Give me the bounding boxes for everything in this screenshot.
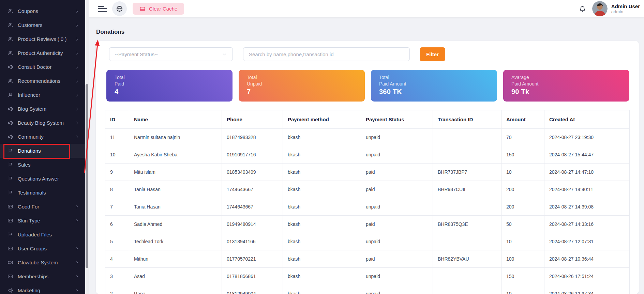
stat-label: Total <box>247 74 365 81</box>
column-header-payment-method: Payment method <box>283 110 361 129</box>
sidebar-item-sales[interactable]: Sales <box>0 158 85 172</box>
sidebar-scrollbar[interactable] <box>85 0 89 294</box>
topbar: Clear Cache Admin User admin <box>89 0 644 17</box>
donations-table: IDNamePhonePayment methodPayment StatusT… <box>105 110 630 294</box>
table-cell: bkash <box>283 198 361 216</box>
sidebar-item-label: Consult Doctor <box>18 64 51 70</box>
stat-label: Paid Amount <box>379 81 497 87</box>
table-cell: BHR737JBP7 <box>433 164 501 181</box>
sidebar-item-label: Community <box>18 134 44 140</box>
payment-status-select[interactable]: --Payment Status-- <box>109 47 233 61</box>
search-input[interactable] <box>243 47 410 61</box>
sidebar-item-community[interactable]: Community <box>0 130 85 144</box>
sidebar-item-label: Glowtube System <box>18 260 58 265</box>
sidebar-item-testimonials[interactable]: Testimonials <box>0 186 85 200</box>
card-icon <box>8 218 13 223</box>
table-cell: BHR937CUIL <box>433 181 501 198</box>
hamburger-menu-icon[interactable] <box>98 6 107 12</box>
sidebar-item-label: Coupons <box>18 8 38 14</box>
sidebar-item-skin-type[interactable]: Skin Type <box>0 214 85 228</box>
column-header-id: ID <box>105 110 129 129</box>
table-cell: bkash <box>283 285 361 294</box>
flag-icon <box>8 190 13 196</box>
table-row: 5Techlead Tork01313941166bkashunpaid1020… <box>105 233 630 250</box>
payment-status-selected-value: --Payment Status-- <box>115 51 158 57</box>
chevron-right-icon <box>75 65 79 69</box>
clear-cache-button[interactable]: Clear Cache <box>133 3 184 15</box>
table-cell: bkash <box>283 146 361 164</box>
users-icon <box>8 78 13 84</box>
sidebar-item-coupons[interactable]: Coupons <box>0 4 85 18</box>
table-cell: paid <box>361 164 433 181</box>
table-cell: 2024-08-26 17:51:24 <box>544 268 630 285</box>
table-row: 4Mithun01770570221bkashpaidBHR82YBVAU100… <box>105 250 630 268</box>
flag-icon <box>8 148 13 154</box>
stat-card-total-unpaid: Total Unpaid 7 <box>239 70 365 102</box>
megaphone-icon <box>8 120 13 126</box>
sidebar-item-product-reviews-0[interactable]: Product Reviews ( 0 ) <box>0 32 85 46</box>
sidebar-item-product-authenticity[interactable]: Product Authenticity <box>0 46 85 60</box>
table-cell: Mithun <box>129 250 222 268</box>
table-cell: 10 <box>501 164 544 181</box>
table-cell: paid <box>361 250 433 268</box>
table-cell: Mitu islam <box>129 164 222 181</box>
avatar[interactable] <box>592 1 608 16</box>
sidebar-item-label: Blog System <box>18 106 46 112</box>
sidebar-item-influencer[interactable]: Influencer <box>0 88 85 102</box>
cache-icon <box>139 6 146 12</box>
table-row: 7Tania Hasan1744643667bkashunpaid2002024… <box>105 198 630 216</box>
table-cell: 10 <box>501 233 544 250</box>
sidebar-item-consult-doctor[interactable]: Consult Doctor <box>0 60 85 74</box>
globe-icon <box>116 5 123 12</box>
sidebar-item-memberships[interactable]: Memberships <box>0 269 85 283</box>
table-cell: 200 <box>501 181 544 198</box>
sidebar-item-label: Uploaded Files <box>18 232 52 237</box>
sidebar-item-marketing[interactable]: Marketing <box>0 283 85 294</box>
sidebar-item-blog-system[interactable]: Blog System <box>0 102 85 116</box>
table-cell: 2024-08-27 12:07:31 <box>544 233 630 250</box>
stat-value: 7 <box>247 88 365 96</box>
stat-value: 360 TK <box>379 88 497 96</box>
table-row: 2Rana01812949004bkashunpaid102024-08-26 … <box>105 285 630 294</box>
sidebar-item-donations[interactable]: Donations <box>0 144 85 158</box>
table-row: 6Sadia Ahmed01949480914bkashpaidBHR8375Q… <box>105 216 630 233</box>
filter-button[interactable]: Filter <box>420 47 445 61</box>
notifications-bell-icon[interactable] <box>579 4 586 13</box>
stat-label: Avarage <box>511 74 629 81</box>
sidebar-item-questions-answer[interactable]: Questions Answer <box>0 172 85 186</box>
sidebar-item-user-groups[interactable]: User Groups <box>0 242 85 256</box>
sidebar-item-label: User Groups <box>18 246 47 251</box>
sidebar-item-uploaded-files[interactable]: Uploaded Files <box>0 228 85 242</box>
table-cell: 2024-08-27 14:47:10 <box>544 164 630 181</box>
table-cell: 2024-08-27 14:40:11 <box>544 181 630 198</box>
chevron-right-icon <box>75 135 79 139</box>
sidebar-item-label: Influencer <box>18 92 40 98</box>
table-cell: bkash <box>283 250 361 268</box>
user-info[interactable]: Admin User admin <box>611 3 640 14</box>
sidebar-item-recommendations[interactable]: Recommendations <box>0 74 85 88</box>
chevron-right-icon <box>75 93 79 97</box>
card-icon <box>8 246 13 251</box>
table-cell: unpaid <box>361 129 433 146</box>
sidebar: CouponsCustomersProduct Reviews ( 0 )Pro… <box>0 0 85 294</box>
chevron-right-icon <box>75 205 79 209</box>
sidebar-item-beauty-blog-system[interactable]: Beauty Blog System <box>0 116 85 130</box>
table-cell: paid <box>361 216 433 233</box>
chevron-right-icon <box>75 37 79 41</box>
table-cell: paid <box>361 181 433 198</box>
table-header-row: IDNamePhonePayment methodPayment StatusT… <box>105 110 630 129</box>
chevron-right-icon <box>75 275 79 279</box>
table-cell: 4 <box>105 250 129 268</box>
table-cell: 200 <box>501 198 544 216</box>
column-header-created-at: Created At <box>544 110 630 129</box>
sidebar-item-glowtube-system[interactable]: Glowtube System <box>0 256 85 269</box>
flag-icon <box>8 176 13 182</box>
sidebar-item-good-for[interactable]: Good For <box>0 200 85 214</box>
sidebar-item-customers[interactable]: Customers <box>0 18 85 32</box>
sidebar-scrollbar-thumb[interactable] <box>86 84 88 268</box>
stat-card-average-paid-amount: Avarage Paid Amount 90 Tk <box>503 70 629 102</box>
table-cell: 2024-08-27 15:44:47 <box>544 146 630 164</box>
language-globe-button[interactable] <box>112 1 127 16</box>
column-header-phone: Phone <box>222 110 283 129</box>
table-cell: 01781856861 <box>222 268 283 285</box>
